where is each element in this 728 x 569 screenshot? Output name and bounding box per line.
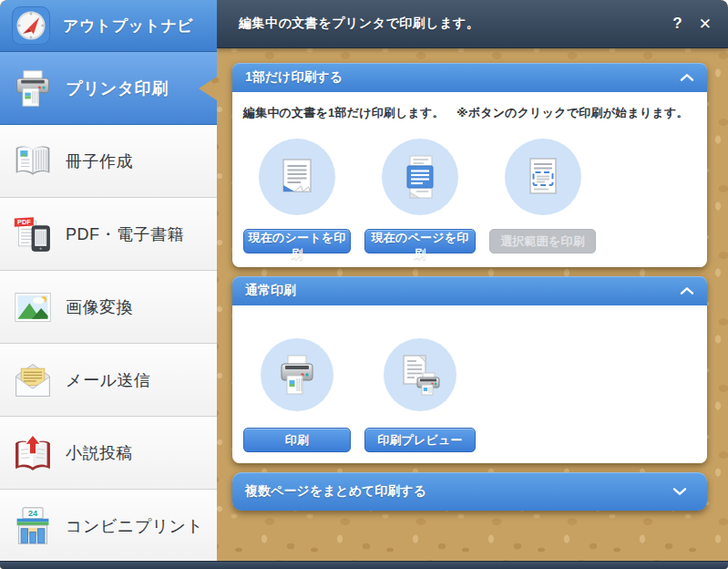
sidebar-item-printer-print[interactable]: プリンタ印刷 xyxy=(0,52,217,125)
store-24-sign: 24 xyxy=(28,509,38,518)
panel-normal-print-body: 印刷 xyxy=(232,305,707,463)
print-preview-button[interactable]: 印刷プレビュー xyxy=(364,428,476,452)
page-doc-icon xyxy=(382,139,458,215)
print-selection-button[interactable]: 選択範囲を印刷 xyxy=(489,229,596,253)
sidebar-item-booklet[interactable]: 冊子作成 xyxy=(0,125,217,198)
print-current-page-button[interactable]: 現在のページを印刷 xyxy=(364,229,476,253)
panel-single-copy: 1部だけ印刷する 編集中の文書を1部だけ印刷します。 ※ボタンのクリックで印刷が… xyxy=(232,63,707,267)
mail-icon xyxy=(13,360,53,400)
printer-icon xyxy=(13,68,53,109)
header-actions: ? ✕ xyxy=(672,15,712,34)
close-button[interactable]: ✕ xyxy=(699,15,712,34)
sidebar-item-image-convert[interactable]: 画像変換 xyxy=(0,271,217,344)
print-column: 印刷 xyxy=(243,338,351,452)
panel-title: 通常印刷 xyxy=(245,283,296,299)
panel-single-copy-header[interactable]: 1部だけ印刷する xyxy=(232,63,707,92)
print-preview-icon xyxy=(384,338,456,411)
panel-normal-print: 通常印刷 xyxy=(232,276,707,463)
sidebar-item-label: 画像変換 xyxy=(66,296,133,318)
button-columns: 現在のシートを印刷 xyxy=(243,139,694,253)
print-current-sheet-button[interactable]: 現在のシートを印刷 xyxy=(243,229,351,253)
sidebar-item-label: メール送信 xyxy=(66,369,150,391)
page-title: 編集中の文書をプリンタで印刷します。 xyxy=(239,16,479,32)
panel-title: 複数ページをまとめて印刷する xyxy=(245,483,426,500)
content-area: 1部だけ印刷する 編集中の文書を1部だけ印刷します。 ※ボタンのクリックで印刷が… xyxy=(232,63,707,520)
sidebar-item-label: プリンタ印刷 xyxy=(66,78,169,99)
sidebar: アウトプットナビ プリンタ印刷 xyxy=(0,0,217,563)
sidebar-item-label: 冊子作成 xyxy=(66,150,133,172)
sidebar-item-conbini-print[interactable]: 24 コンビニプリント xyxy=(0,490,217,563)
chevron-up-icon[interactable] xyxy=(680,73,694,82)
print-page-column: 現在のページを印刷 xyxy=(364,139,476,253)
image-convert-icon xyxy=(13,287,53,327)
compass-icon xyxy=(11,5,51,46)
selection-doc-icon xyxy=(505,139,581,215)
pdf-badge-text: PDF xyxy=(17,218,31,226)
main-header: 編集中の文書をプリンタで印刷します。 ? ✕ xyxy=(217,0,728,48)
sidebar-header[interactable]: アウトプットナビ xyxy=(0,0,217,52)
panel-normal-print-header[interactable]: 通常印刷 xyxy=(232,276,707,305)
bottom-bar xyxy=(0,561,728,569)
sidebar-item-label: コンビニプリント xyxy=(66,515,203,537)
sheet-doc-icon xyxy=(259,139,335,215)
pdf-ebook-icon: PDF xyxy=(13,214,53,254)
sidebar-item-novel-post[interactable]: 小説投稿 xyxy=(0,417,217,490)
print-preview-column: 印刷プレビュー xyxy=(364,338,476,452)
sidebar-item-label: PDF・電子書籍 xyxy=(66,223,184,245)
printer-large-icon xyxy=(261,338,333,411)
button-columns: 印刷 xyxy=(243,338,694,452)
sidebar-item-mail-send[interactable]: メール送信 xyxy=(0,344,217,417)
sidebar-item-pdf-ebook[interactable]: PDF PDF・電子書籍 xyxy=(0,198,217,271)
app-window: アウトプットナビ プリンタ印刷 xyxy=(0,0,728,569)
print-selection-column: 選択範囲を印刷 xyxy=(489,139,596,253)
help-button[interactable]: ? xyxy=(672,15,682,34)
app-title: アウトプットナビ xyxy=(63,16,193,36)
panel-title: 1部だけ印刷する xyxy=(245,69,343,86)
booklet-icon xyxy=(13,141,53,181)
panel-multi-page-header[interactable]: 複数ページをまとめて印刷する xyxy=(232,472,707,511)
print-sheet-column: 現在のシートを印刷 xyxy=(243,139,351,253)
novel-upload-icon xyxy=(13,433,53,473)
panel-single-copy-body: 編集中の文書を1部だけ印刷します。 ※ボタンのクリックで印刷が始まります。 xyxy=(232,92,707,267)
print-button[interactable]: 印刷 xyxy=(243,428,351,452)
chevron-up-icon[interactable] xyxy=(680,286,694,295)
chevron-down-icon[interactable] xyxy=(672,487,687,496)
panel-description: 編集中の文書を1部だけ印刷します。 ※ボタンのクリックで印刷が始まります。 xyxy=(243,105,694,121)
sidebar-item-label: 小説投稿 xyxy=(66,442,133,464)
store-icon: 24 xyxy=(13,506,53,546)
